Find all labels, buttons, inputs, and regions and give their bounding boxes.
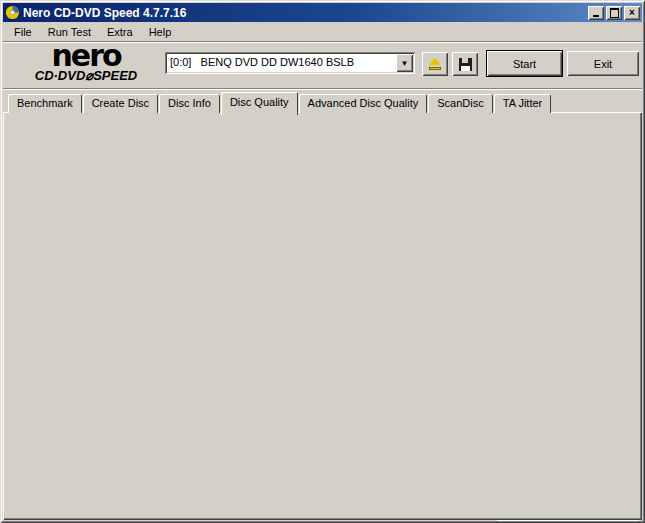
drive-select-value: [0:0] BENQ DVD DD DW1640 BSLB [170, 56, 354, 68]
app-window: { "window": { "title": "Nero CD-DVD Spee… [0, 0, 645, 523]
save-button[interactable] [452, 52, 478, 76]
menu-file[interactable]: File [6, 24, 40, 40]
tab-disc-info[interactable]: Disc Info [159, 94, 220, 113]
cdspeed-logo-text: CD·DVD⌀SPEED [12, 69, 160, 83]
eject-button[interactable] [422, 52, 448, 76]
chevron-down-icon[interactable]: ▼ [396, 54, 413, 72]
tab-page-disc-quality [3, 112, 642, 520]
nero-logo-text: nero [12, 43, 160, 69]
exit-button-label: Exit [594, 58, 612, 70]
title-bar[interactable]: Nero CD-DVD Speed 4.7.7.16 × [3, 3, 642, 22]
app-icon [5, 5, 20, 20]
window-title: Nero CD-DVD Speed 4.7.7.16 [23, 6, 586, 20]
save-floppy-icon [459, 58, 472, 71]
menu-help[interactable]: Help [141, 24, 180, 40]
close-button[interactable]: × [624, 6, 640, 20]
maximize-button[interactable] [606, 6, 622, 20]
close-icon: × [629, 8, 635, 18]
drive-select[interactable]: [0:0] BENQ DVD DD DW1640 BSLB ▼ [165, 52, 415, 74]
maximize-icon [610, 8, 619, 18]
eject-icon [428, 57, 442, 71]
exit-button[interactable]: Exit [567, 51, 639, 76]
minimize-button[interactable] [588, 6, 604, 20]
start-button-label: Start [513, 58, 536, 70]
tab-create-disc[interactable]: Create Disc [83, 94, 158, 113]
separator [3, 88, 642, 90]
tab-scandisc[interactable]: ScanDisc [428, 94, 492, 113]
minimize-icon [593, 15, 599, 17]
tab-strip: Benchmark Create Disc Disc Info Disc Qua… [8, 92, 552, 113]
tab-disc-quality[interactable]: Disc Quality [221, 92, 298, 115]
start-button[interactable]: Start [487, 51, 562, 76]
tab-advanced-disc-quality[interactable]: Advanced Disc Quality [299, 94, 428, 113]
tab-ta-jitter[interactable]: TA Jitter [494, 94, 552, 113]
nero-logo: nero CD·DVD⌀SPEED [12, 43, 160, 87]
tab-benchmark[interactable]: Benchmark [8, 94, 82, 113]
